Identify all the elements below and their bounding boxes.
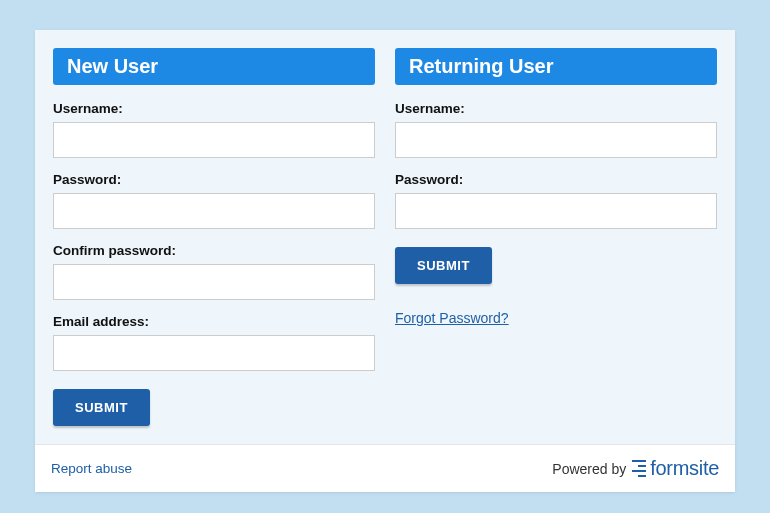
auth-card: New User Username: Password: Confirm pas… bbox=[35, 30, 735, 492]
formsite-lines-icon bbox=[632, 460, 646, 478]
confirm-password-field: Confirm password: bbox=[53, 243, 375, 300]
report-abuse-link[interactable]: Report abuse bbox=[51, 461, 132, 476]
new-user-header: New User bbox=[53, 48, 375, 85]
email-label: Email address: bbox=[53, 314, 375, 329]
email-input[interactable] bbox=[53, 335, 375, 371]
returning-username-input[interactable] bbox=[395, 122, 717, 158]
formsite-logo[interactable]: formsite bbox=[632, 457, 719, 480]
new-username-label: Username: bbox=[53, 101, 375, 116]
returning-user-submit-button[interactable]: SUBMIT bbox=[395, 247, 492, 284]
returning-user-column: Returning User Username: Password: SUBMI… bbox=[395, 48, 717, 426]
new-password-field: Password: bbox=[53, 172, 375, 229]
confirm-password-label: Confirm password: bbox=[53, 243, 375, 258]
new-user-column: New User Username: Password: Confirm pas… bbox=[53, 48, 375, 426]
new-username-input[interactable] bbox=[53, 122, 375, 158]
email-field: Email address: bbox=[53, 314, 375, 371]
returning-user-header: Returning User bbox=[395, 48, 717, 85]
powered-by: Powered by formsite bbox=[552, 457, 719, 480]
returning-password-input[interactable] bbox=[395, 193, 717, 229]
new-password-label: Password: bbox=[53, 172, 375, 187]
formsite-brand-text: formsite bbox=[650, 457, 719, 480]
returning-password-label: Password: bbox=[395, 172, 717, 187]
returning-username-label: Username: bbox=[395, 101, 717, 116]
card-footer: Report abuse Powered by formsite bbox=[35, 445, 735, 492]
confirm-password-input[interactable] bbox=[53, 264, 375, 300]
powered-by-label: Powered by bbox=[552, 461, 626, 477]
returning-password-field: Password: bbox=[395, 172, 717, 229]
new-username-field: Username: bbox=[53, 101, 375, 158]
new-password-input[interactable] bbox=[53, 193, 375, 229]
new-user-submit-button[interactable]: SUBMIT bbox=[53, 389, 150, 426]
form-columns: New User Username: Password: Confirm pas… bbox=[35, 30, 735, 445]
forgot-password-link[interactable]: Forgot Password? bbox=[395, 310, 509, 326]
returning-username-field: Username: bbox=[395, 101, 717, 158]
